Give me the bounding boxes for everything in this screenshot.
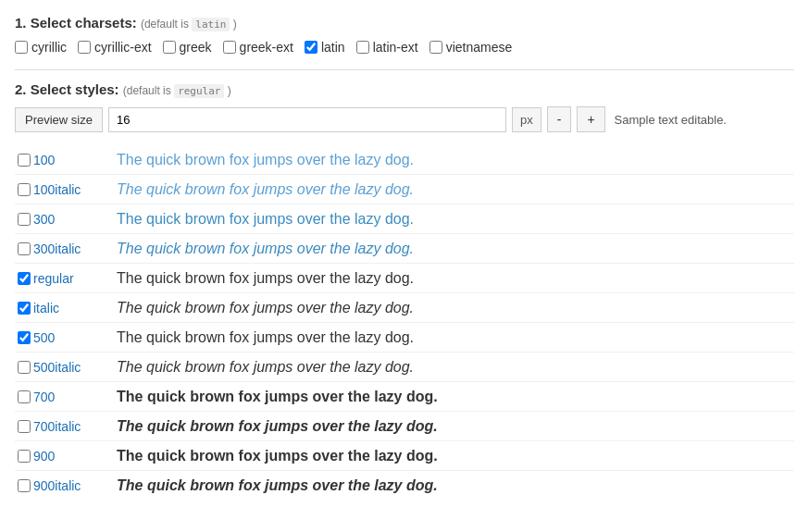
style-name-300italic[interactable]: 300italic [33,241,117,256]
style-checkbox-500italic[interactable] [18,361,31,374]
style-checkbox-wrap-regular [15,272,33,285]
decrease-size-button[interactable]: - [547,106,572,132]
style-checkbox-wrap-100italic [15,183,33,196]
charset-item-vietnamese[interactable]: vietnamese [429,40,513,55]
charset-checkbox-cyrillic[interactable] [15,41,28,54]
section2-title: 2. Select styles: (default is regular ) [15,81,794,97]
px-label: px [512,107,541,132]
increase-size-button[interactable]: + [577,106,604,132]
style-row-900italic: 900italicThe quick brown fox jumps over … [15,471,794,501]
charset-checkbox-greek-ext[interactable] [223,41,236,54]
section-divider [15,69,794,70]
style-preview-100italic: The quick brown fox jumps over the lazy … [117,181,794,198]
style-name-regular[interactable]: regular [33,271,117,286]
style-preview-900: The quick brown fox jumps over the lazy … [117,448,794,464]
style-row-100italic: 100italicThe quick brown fox jumps over … [15,175,794,204]
style-preview-100: The quick brown fox jumps over the lazy … [117,152,794,168]
style-row-300: 300The quick brown fox jumps over the la… [15,204,794,234]
style-checkbox-wrap-900italic [15,479,33,492]
style-checkbox-wrap-500 [15,331,33,344]
charset-checkbox-latin[interactable] [305,41,317,54]
charset-checkbox-greek[interactable] [163,41,176,54]
style-checkbox-wrap-700 [15,390,33,403]
style-name-900[interactable]: 900 [33,449,117,464]
style-row-500: 500The quick brown fox jumps over the la… [15,323,794,353]
section1-title: 1. Select charsets: (default is latin ) [15,15,794,31]
style-name-100[interactable]: 100 [33,153,117,167]
charset-item-latin-ext[interactable]: latin-ext [356,40,418,55]
charset-item-cyrillic-ext[interactable]: cyrillic-ext [78,40,151,55]
charset-item-cyrillic[interactable]: cyrillic [15,40,67,55]
style-row-500italic: 500italicThe quick brown fox jumps over … [15,353,794,382]
style-checkbox-900[interactable] [18,450,31,463]
charset-checkbox-cyrillic-ext[interactable] [78,41,91,54]
charset-checkbox-vietnamese[interactable] [429,41,442,54]
style-name-500italic[interactable]: 500italic [33,360,117,375]
style-checkbox-100[interactable] [18,154,31,167]
style-preview-300italic: The quick brown fox jumps over the lazy … [117,241,794,257]
style-checkbox-italic[interactable] [18,302,31,315]
preview-size-input[interactable] [108,107,506,132]
charset-item-greek-ext[interactable]: greek-ext [223,40,293,55]
style-row-italic: italicThe quick brown fox jumps over the… [15,293,794,323]
style-name-500[interactable]: 500 [33,330,117,345]
preview-size-label: Preview size [15,107,103,132]
style-checkbox-700italic[interactable] [18,420,31,433]
style-name-italic[interactable]: italic [33,301,117,315]
style-name-100italic[interactable]: 100italic [33,182,117,197]
charset-label-latin-ext: latin-ext [373,40,418,55]
style-preview-700italic: The quick brown fox jumps over the lazy … [117,418,794,435]
style-checkbox-700[interactable] [18,390,31,403]
style-row-regular: regularThe quick brown fox jumps over th… [15,264,794,293]
style-checkbox-wrap-700italic [15,420,33,433]
style-checkbox-100italic[interactable] [18,183,31,196]
charset-item-greek[interactable]: greek [163,40,212,55]
charset-label-greek-ext: greek-ext [240,40,293,55]
style-name-700italic[interactable]: 700italic [33,419,117,434]
charset-label-cyrillic-ext: cyrillic-ext [94,40,151,55]
charset-row: cyrilliccyrillic-extgreekgreek-extlatinl… [15,40,794,55]
style-preview-500italic: The quick brown fox jumps over the lazy … [117,359,794,376]
style-preview-300: The quick brown fox jumps over the lazy … [117,211,794,228]
style-name-300[interactable]: 300 [33,212,117,227]
style-checkbox-500[interactable] [18,331,31,344]
style-preview-900italic: The quick brown fox jumps over the lazy … [117,477,794,494]
style-row-900: 900The quick brown fox jumps over the la… [15,441,794,471]
style-checkbox-300[interactable] [18,213,31,226]
charset-label-latin: latin [321,40,345,55]
style-preview-regular: The quick brown fox jumps over the lazy … [117,270,794,287]
style-checkbox-wrap-italic [15,302,33,315]
style-checkbox-wrap-300italic [15,242,33,255]
style-name-900italic[interactable]: 900italic [33,478,117,493]
style-checkbox-regular[interactable] [18,272,31,285]
sample-text-label: Sample text editable. [615,113,727,127]
style-name-700[interactable]: 700 [33,390,117,404]
style-checkbox-wrap-900 [15,450,33,463]
style-row-700: 700The quick brown fox jumps over the la… [15,382,794,412]
styles-list: 100The quick brown fox jumps over the la… [15,145,794,501]
charset-item-latin[interactable]: latin [305,40,345,55]
style-row-300italic: 300italicThe quick brown fox jumps over … [15,234,794,264]
charset-label-vietnamese: vietnamese [446,40,513,55]
style-preview-italic: The quick brown fox jumps over the lazy … [117,300,794,316]
charset-label-greek: greek [180,40,212,55]
style-preview-500: The quick brown fox jumps over the lazy … [117,329,794,346]
charset-checkbox-latin-ext[interactable] [356,41,369,54]
style-checkbox-300italic[interactable] [18,242,31,255]
preview-size-row: Preview size px - + Sample text editable… [15,106,794,132]
style-row-700italic: 700italicThe quick brown fox jumps over … [15,412,794,441]
style-checkbox-wrap-100 [15,154,33,167]
style-checkbox-900italic[interactable] [18,479,31,492]
style-preview-700: The quick brown fox jumps over the lazy … [117,389,794,405]
charset-label-cyrillic: cyrillic [31,40,67,55]
style-checkbox-wrap-500italic [15,361,33,374]
style-checkbox-wrap-300 [15,213,33,226]
style-row-100: 100The quick brown fox jumps over the la… [15,145,794,175]
